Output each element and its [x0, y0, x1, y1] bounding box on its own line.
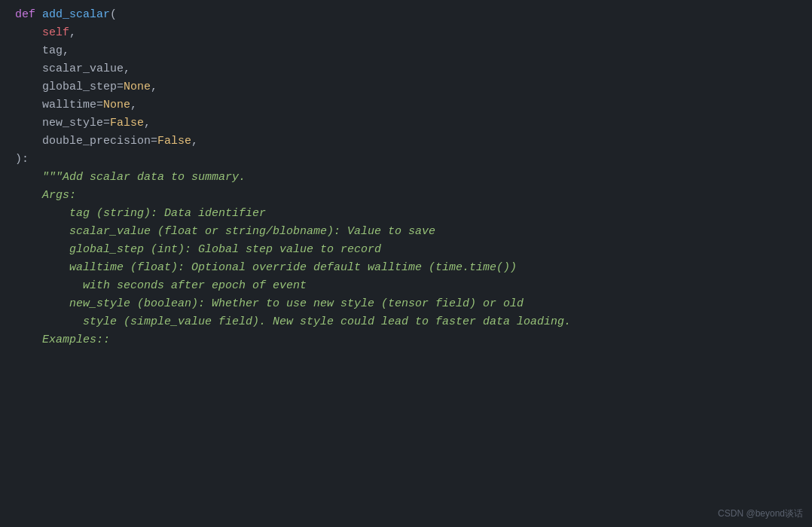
code-token: tag (string): Data identifier — [69, 205, 266, 223]
code-line: global_step=None, — [0, 78, 812, 96]
code-token: global_step= — [42, 78, 124, 96]
code-line: """Add scalar data to summary. — [0, 169, 812, 187]
code-token: add_scalar — [42, 6, 110, 24]
code-line: new_style (boolean): Whether to use new … — [0, 295, 812, 313]
code-token: global_step (int): Global step value to … — [69, 241, 381, 259]
code-line: walltime=None, — [0, 96, 812, 114]
code-token: new_style= — [42, 114, 110, 133]
code-line: scalar_value, — [0, 60, 812, 78]
code-line: scalar_value (float or string/blobname):… — [0, 223, 812, 241]
code-token: Args: — [42, 187, 76, 205]
code-token: """Add scalar data to summary. — [42, 169, 246, 187]
code-token: ( — [110, 6, 117, 24]
code-line: tag (string): Data identifier — [0, 205, 812, 223]
code-token: None — [124, 78, 151, 96]
code-token: , — [69, 24, 76, 42]
watermark: CSDN @beyond谈话 — [718, 507, 803, 521]
code-line: def add_scalar( — [0, 6, 812, 24]
code-line: ): — [0, 151, 812, 169]
code-token: with seconds after epoch of event — [83, 277, 307, 295]
code-token: tag, — [42, 42, 69, 60]
code-token: self — [42, 24, 69, 42]
code-token: new_style (boolean): Whether to use new … — [69, 295, 524, 313]
code-token: Examples:: — [42, 331, 110, 349]
code-line: double_precision=False, — [0, 133, 812, 151]
code-line: Args: — [0, 187, 812, 205]
code-line: global_step (int): Global step value to … — [0, 241, 812, 259]
code-line: new_style=False, — [0, 114, 812, 133]
code-line: self, — [0, 24, 812, 42]
code-line: style (simple_value field). New style co… — [0, 313, 812, 331]
code-line: walltime (float): Optional override defa… — [0, 259, 812, 277]
code-line: Examples:: — [0, 331, 812, 349]
code-token: scalar_value, — [42, 60, 130, 78]
code-token: , — [130, 96, 137, 114]
code-line: tag, — [0, 42, 812, 60]
code-token: False — [110, 114, 144, 133]
code-token: ): — [15, 151, 29, 169]
code-token: None — [103, 96, 130, 114]
code-token: scalar_value (float or string/blobname):… — [69, 223, 435, 241]
code-token: False — [157, 133, 191, 151]
code-line: with seconds after epoch of event — [0, 277, 812, 295]
code-container: def add_scalar( self, tag, scalar_value,… — [0, 0, 812, 527]
code-token: walltime= — [42, 96, 103, 114]
code-token: , — [151, 78, 157, 96]
code-token: double_precision= — [42, 133, 157, 151]
code-token: walltime (float): Optional override defa… — [69, 259, 517, 277]
code-token: , — [191, 133, 198, 151]
code-token: style (simple_value field). New style co… — [83, 313, 571, 331]
code-token: , — [144, 114, 151, 133]
code-token: def — [15, 6, 42, 24]
